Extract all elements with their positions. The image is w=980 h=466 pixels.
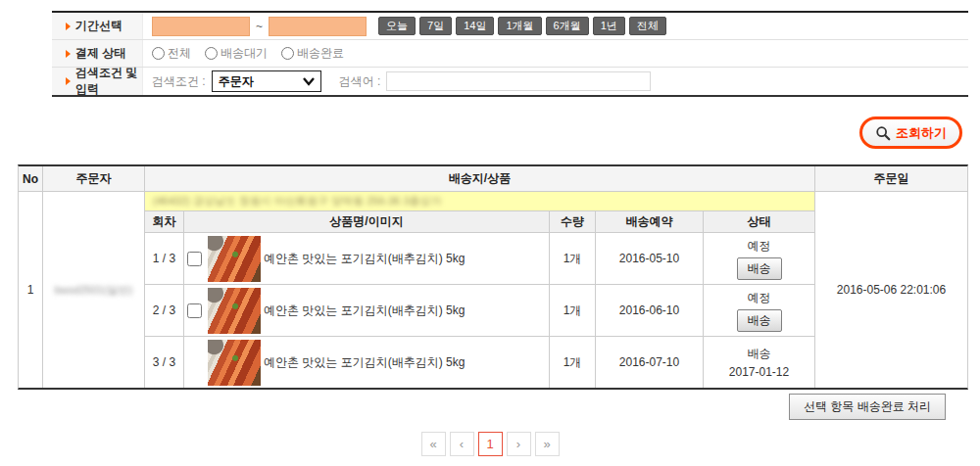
item-select-checkbox[interactable] xyxy=(187,303,202,318)
item-qty: 1개 xyxy=(550,233,596,284)
pagination: « ‹ 1 › » xyxy=(0,432,980,456)
order-row: 1 bwsd2501(일반) (46432) 경상남도 창원시 마산회원구 양덕… xyxy=(19,192,967,388)
magnifier-icon xyxy=(875,125,891,141)
shipping-products-cell: (46432) 경상남도 창원시 마산회원구 양덕동 256-36 3층상가 회… xyxy=(145,192,815,388)
order-table-header: No 주문자 배송지/상품 주문일 xyxy=(19,166,967,192)
search-condition-selected-value: 주문자 xyxy=(219,73,254,90)
item-status: 예정 xyxy=(748,290,771,306)
shipping-address-row: (46432) 경상남도 창원시 마산회원구 양덕동 256-36 3층상가 xyxy=(145,192,814,211)
bulk-complete-button[interactable]: 선택 항목 배송완료 처리 xyxy=(789,394,946,420)
search-condition-label: 검색조건 및 입력 xyxy=(75,65,142,98)
item-qty: 1개 xyxy=(550,337,596,388)
header-orderer: 주문자 xyxy=(43,166,145,191)
item-round: 2 / 3 xyxy=(145,285,184,336)
item-row-1: 1 / 3 예안촌 맛있는 포기김치(배추김치) 5kg 1개 2016-05-… xyxy=(145,233,814,285)
pagination-next[interactable]: › xyxy=(507,432,531,456)
order-table: No 주문자 배송지/상품 주문일 1 bwsd2501(일반) (46432)… xyxy=(18,164,968,390)
period-separator: ~ xyxy=(256,20,263,33)
status-radio-waiting-label: 배송대기 xyxy=(220,45,268,62)
period-button-14d[interactable]: 14일 xyxy=(456,17,494,35)
pagination-last[interactable]: » xyxy=(535,432,560,456)
status-radio-all-input[interactable] xyxy=(152,47,165,60)
search-keyword-input[interactable] xyxy=(386,71,651,91)
header-no: No xyxy=(19,166,43,191)
status-radio-complete-input[interactable] xyxy=(281,47,294,60)
product-image xyxy=(208,288,261,334)
period-button-1y[interactable]: 1년 xyxy=(593,17,625,35)
address-masked-text: (46432) 경상남도 창원시 마산회원구 양덕동 256-36 3층상가 xyxy=(153,194,442,209)
period-button-6m[interactable]: 6개월 xyxy=(546,17,589,35)
keyword-caption: 검색어 : xyxy=(339,73,381,90)
product-name: 예안촌 맛있는 포기김치(배추김치) 5kg xyxy=(264,354,465,371)
search-filter-form: 기간선택 ~ 오늘 7일 14일 1개월 6개월 1년 전체 결제 상태 xyxy=(52,11,968,97)
period-start-input[interactable] xyxy=(152,17,250,36)
status-radio-complete-label: 배송완료 xyxy=(297,45,344,62)
payment-status-label: 결제 상태 xyxy=(75,45,125,62)
subheader-qty: 수량 xyxy=(550,211,596,232)
period-button-1m[interactable]: 1개월 xyxy=(498,17,541,35)
pagination-page-1[interactable]: 1 xyxy=(478,432,503,456)
search-submit-label: 조회하기 xyxy=(896,124,947,142)
period-end-input[interactable] xyxy=(269,17,367,36)
item-select-checkbox[interactable] xyxy=(187,252,202,266)
product-image xyxy=(208,340,261,386)
orderer-cell: bwsd2501(일반) xyxy=(43,192,145,388)
subheader-status: 상태 xyxy=(704,211,814,232)
period-label-cell: 기간선택 xyxy=(52,13,143,39)
item-row-3: 3 / 3 예안촌 맛있는 포기김치(배추김치) 5kg 1개 2016-07-… xyxy=(145,337,814,388)
payment-status-row: 결제 상태 전체 배송대기 배송완료 xyxy=(52,40,968,68)
status-radio-complete[interactable]: 배송완료 xyxy=(281,45,344,62)
item-reserve: 2016-07-10 xyxy=(596,337,704,388)
items-subheader: 회차 상품명/이미지 수량 배송예약 상태 xyxy=(145,211,814,233)
status-radio-waiting-input[interactable] xyxy=(205,47,218,60)
pagination-first[interactable]: « xyxy=(421,432,446,456)
search-condition-row: 검색조건 및 입력 검색조건 : 주문자 검색어 : xyxy=(52,68,968,95)
product-name: 예안촌 맛있는 포기김치(배추김치) 5kg xyxy=(264,303,465,319)
condition-caption: 검색조건 : xyxy=(152,73,206,90)
period-row: 기간선택 ~ 오늘 7일 14일 1개월 6개월 1년 전체 xyxy=(52,13,968,40)
search-submit-button[interactable]: 조회하기 xyxy=(859,116,962,149)
period-button-today[interactable]: 오늘 xyxy=(378,17,416,35)
search-condition-label-cell: 검색조건 및 입력 xyxy=(52,68,143,95)
item-status-date: 2017-01-12 xyxy=(729,365,789,379)
item-qty: 1개 xyxy=(550,285,596,336)
chevron-down-icon xyxy=(302,76,316,86)
item-row-2: 2 / 3 예안촌 맛있는 포기김치(배추김치) 5kg 1개 2016-06-… xyxy=(145,285,814,337)
period-button-all[interactable]: 전체 xyxy=(629,17,666,35)
ship-action-button[interactable]: 배송 xyxy=(737,257,782,280)
orange-arrow-icon xyxy=(66,23,71,30)
status-radio-all[interactable]: 전체 xyxy=(152,45,191,62)
order-no: 1 xyxy=(19,192,43,388)
header-shipping: 배송지/상품 xyxy=(145,166,815,191)
subheader-round: 회차 xyxy=(145,211,184,232)
status-radio-waiting[interactable]: 배송대기 xyxy=(205,45,268,62)
orderer-masked-text: bwsd2501(일반) xyxy=(55,283,132,298)
pagination-prev[interactable]: ‹ xyxy=(450,432,474,456)
status-radio-all-label: 전체 xyxy=(168,45,191,62)
orange-arrow-icon xyxy=(66,50,71,58)
product-image xyxy=(208,236,261,282)
search-condition-select[interactable]: 주문자 xyxy=(212,70,321,92)
item-round: 1 / 3 xyxy=(145,233,184,284)
item-reserve: 2016-06-10 xyxy=(596,285,704,336)
product-name: 예안촌 맛있는 포기김치(배추김치) 5kg xyxy=(264,251,465,267)
period-label: 기간선택 xyxy=(75,18,122,34)
order-date-cell: 2016-05-06 22:01:06 xyxy=(815,192,967,388)
header-order-date: 주문일 xyxy=(815,166,967,191)
ship-action-button[interactable]: 배송 xyxy=(737,309,782,332)
subheader-reserve: 배송예약 xyxy=(596,211,704,232)
period-button-7d[interactable]: 7일 xyxy=(419,17,452,35)
item-reserve: 2016-05-10 xyxy=(596,233,704,284)
payment-status-label-cell: 결제 상태 xyxy=(52,40,143,67)
subheader-product: 상품명/이미지 xyxy=(184,211,550,232)
item-status: 예정 xyxy=(748,238,771,255)
period-quick-buttons: 오늘 7일 14일 1개월 6개월 1년 전체 xyxy=(378,17,666,35)
orange-arrow-icon xyxy=(66,77,71,85)
item-status: 배송 xyxy=(748,346,771,362)
item-round: 3 / 3 xyxy=(145,337,184,388)
